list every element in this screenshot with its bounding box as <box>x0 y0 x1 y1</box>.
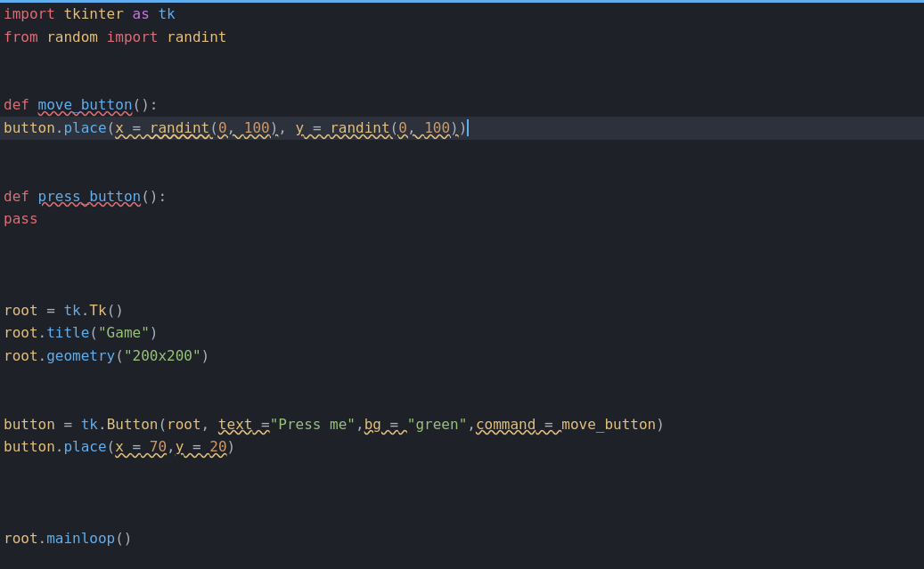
line-20: button.place(x = 70,y = 20) <box>0 435 924 459</box>
line-1: import tkinter as tk <box>0 3 924 26</box>
line-2: from random import randint <box>0 26 924 49</box>
line-6: button.place(x = randint(0, 100), y = ra… <box>0 117 924 140</box>
line-11 <box>0 231 924 254</box>
line-16: root.geometry("200x200") <box>0 345 924 368</box>
line-22 <box>0 481 924 504</box>
line-21 <box>0 459 924 482</box>
line-19: button = tk.Button(root, text ="Press me… <box>0 413 924 436</box>
code-content: import tkinter as tk from random import … <box>0 3 924 549</box>
line-13 <box>0 276 924 299</box>
line-17 <box>0 368 924 391</box>
line-14: root = tk.Tk() <box>0 299 924 322</box>
line-24: root.mainloop() <box>0 527 924 550</box>
line-7 <box>0 140 924 163</box>
line-5: def move_button(): <box>0 93 924 117</box>
line-18 <box>0 390 924 413</box>
line-4 <box>0 71 924 94</box>
line-23 <box>0 504 924 527</box>
line-10: pass <box>0 207 924 231</box>
line-8 <box>0 162 924 185</box>
line-9: def press_button(): <box>0 185 924 208</box>
line-3 <box>0 48 924 71</box>
line-15: root.title("Game") <box>0 321 924 345</box>
code-editor[interactable]: import tkinter as tk from random import … <box>0 0 924 569</box>
line-12 <box>0 254 924 277</box>
